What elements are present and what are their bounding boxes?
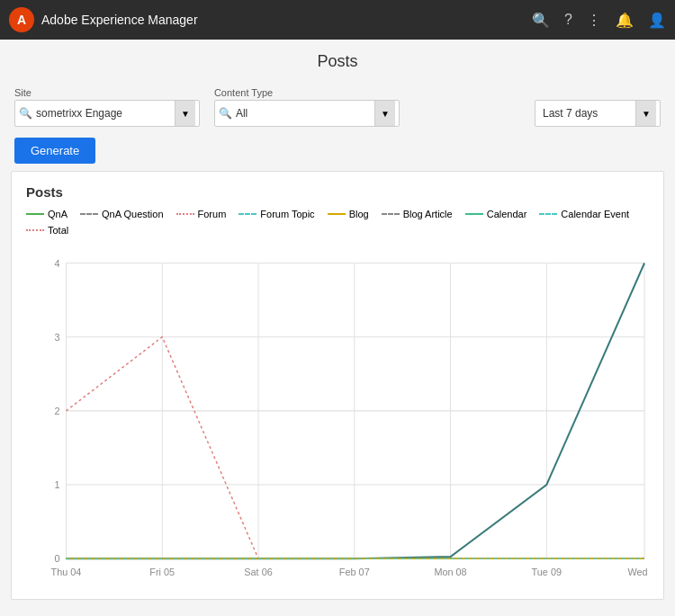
site-label: Site: [14, 87, 200, 98]
svg-text:Thu 04: Thu 04: [51, 566, 82, 576]
search-icon[interactable]: 🔍: [532, 12, 550, 29]
user-icon[interactable]: 👤: [648, 12, 666, 29]
svg-text:2: 2: [55, 406, 60, 416]
chart-legend: QnA QnA Question Forum Forum Topic Blog …: [26, 209, 649, 236]
svg-text:4: 4: [55, 257, 60, 268]
app-logo: A: [9, 7, 34, 32]
legend-qna-question-line: [80, 213, 98, 215]
svg-text:Wed 10: Wed 10: [627, 566, 649, 576]
site-input[interactable]: [36, 107, 171, 120]
legend-calendar-event-line: [539, 213, 557, 215]
toolbar: Site 🔍 ▼ Content Type 🔍 ▼ Last 7 days ▼: [0, 80, 675, 130]
apps-icon[interactable]: ⋮: [587, 12, 601, 29]
help-icon[interactable]: ?: [564, 12, 572, 28]
site-dropdown[interactable]: 🔍 ▼: [14, 100, 200, 127]
legend-blog-line: [328, 213, 346, 215]
app-title: Adobe Experience Manager: [41, 13, 532, 27]
date-range-arrow[interactable]: ▼: [635, 101, 656, 126]
legend-qna-question: QnA Question: [80, 209, 164, 219]
content-type-dropdown-arrow[interactable]: ▼: [374, 101, 395, 126]
legend-total: Total: [26, 225, 68, 236]
svg-text:3: 3: [55, 332, 60, 343]
svg-text:Fri 05: Fri 05: [149, 566, 175, 576]
content-type-field-group: Content Type 🔍 ▼: [214, 87, 400, 127]
site-dropdown-arrow[interactable]: ▼: [175, 101, 195, 126]
legend-blog-article-label: Blog Article: [403, 209, 453, 219]
content-type-search-icon: 🔍: [219, 107, 232, 120]
svg-text:Tue 09: Tue 09: [532, 566, 562, 576]
site-field-group: Site 🔍 ▼: [14, 87, 200, 127]
svg-text:0: 0: [55, 553, 60, 564]
legend-blog-article-line: [382, 213, 400, 215]
site-search-icon: 🔍: [19, 107, 32, 120]
content-type-dropdown[interactable]: 🔍 ▼: [214, 100, 400, 127]
legend-calendar-event: Calendar Event: [539, 209, 629, 219]
chart-title: Posts: [26, 184, 649, 200]
legend-qna-line: [26, 213, 44, 215]
date-range-dropdown[interactable]: Last 7 days ▼: [535, 100, 661, 127]
legend-calendar-line: [465, 213, 483, 215]
generate-button[interactable]: Generate: [14, 138, 95, 164]
svg-text:Mon 08: Mon 08: [434, 566, 466, 576]
legend-qna-question-label: QnA Question: [102, 209, 164, 219]
svg-text:Feb 07: Feb 07: [339, 566, 370, 576]
page-title: Posts: [0, 40, 675, 80]
legend-qna: QnA: [26, 209, 68, 219]
legend-forum-topic-label: Forum Topic: [260, 209, 314, 219]
logo-letter: A: [17, 13, 26, 27]
date-range-value: Last 7 days: [543, 107, 632, 120]
bell-icon[interactable]: 🔔: [616, 12, 634, 29]
legend-total-label: Total: [48, 225, 68, 236]
chart-card: Posts QnA QnA Question Forum Forum Topic…: [11, 171, 664, 600]
legend-forum-topic-line: [238, 213, 256, 215]
legend-forum-line: [176, 213, 194, 215]
top-nav: A Adobe Experience Manager 🔍 ? ⋮ 🔔 👤: [0, 0, 675, 40]
chart-svg: 0 1 2 3 4 Thu 04 Fri 05 Sat 06 Feb 07 Mo…: [26, 245, 649, 586]
total-line: [66, 337, 644, 558]
legend-blog-article: Blog Article: [382, 209, 453, 219]
nav-icons: 🔍 ? ⋮ 🔔 👤: [532, 12, 666, 29]
svg-text:1: 1: [55, 479, 60, 490]
legend-qna-label: QnA: [48, 209, 68, 219]
legend-calendar-event-label: Calendar Event: [561, 209, 629, 219]
legend-total-line: [26, 229, 44, 231]
chart-area: 0 1 2 3 4 Thu 04 Fri 05 Sat 06 Feb 07 Mo…: [26, 245, 649, 586]
svg-text:Sat 06: Sat 06: [244, 566, 272, 576]
content-type-label: Content Type: [214, 87, 400, 98]
legend-forum: Forum: [176, 209, 227, 219]
legend-forum-topic: Forum Topic: [238, 209, 314, 219]
legend-calendar: Calendar: [465, 209, 527, 219]
legend-blog: Blog: [328, 209, 369, 219]
content-type-input[interactable]: [236, 107, 371, 120]
legend-calendar-label: Calendar: [487, 209, 527, 219]
legend-forum-label: Forum: [198, 209, 227, 219]
legend-blog-label: Blog: [349, 209, 369, 219]
